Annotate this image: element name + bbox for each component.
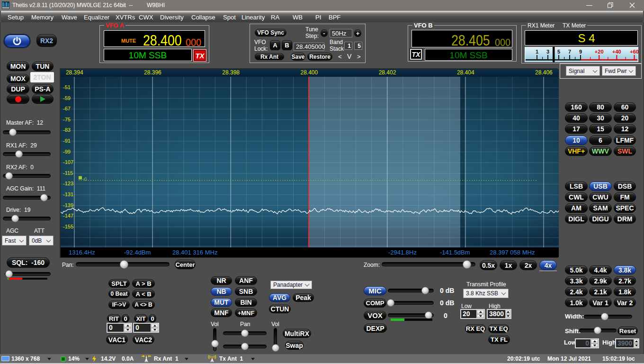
svg-text:+20: +20 xyxy=(595,49,604,55)
svg-text:5: 5 xyxy=(557,49,560,55)
svg-text:-G: -G xyxy=(82,177,87,182)
svg-text:7: 7 xyxy=(568,49,571,55)
svg-text:+40: +40 xyxy=(612,49,621,55)
svg-text:+60: +60 xyxy=(630,49,638,55)
svg-text:3: 3 xyxy=(546,49,549,55)
svg-text:9: 9 xyxy=(579,49,582,55)
svg-text:1: 1 xyxy=(536,49,538,55)
